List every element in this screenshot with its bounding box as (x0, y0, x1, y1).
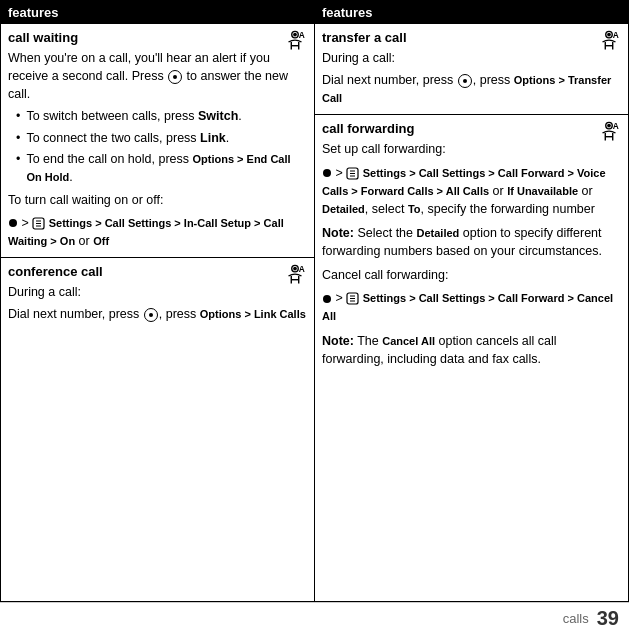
left-column: features A call waiting When (1, 1, 315, 601)
left-column-header: features (1, 1, 314, 24)
bullet-end: To end the call on hold, press Options >… (16, 151, 307, 186)
accessibility-icon-forwarding: A (596, 120, 622, 146)
conference-call-section: A conference call During a call: Dial ne… (1, 258, 314, 601)
nav-dot-fwd1 (323, 169, 331, 177)
call-waiting-title: call waiting (8, 30, 307, 45)
transfer-call-title: transfer a call (322, 30, 621, 45)
svg-text:A: A (613, 122, 619, 132)
svg-point-1 (293, 33, 297, 37)
right-column-header: features (315, 1, 628, 24)
svg-text:A: A (299, 30, 305, 40)
phone-icon-transfer (458, 74, 472, 88)
svg-point-8 (293, 266, 297, 270)
transfer-call-body: During a call: Dial next number, press ,… (322, 49, 621, 107)
nav-dot-fwd2 (323, 295, 331, 303)
svg-point-11 (607, 33, 611, 37)
accessibility-icon-transfer: A (596, 29, 622, 55)
main-content: features A call waiting When (0, 0, 629, 602)
call-forwarding-title: call forwarding (322, 121, 621, 136)
footer-label: calls (563, 611, 589, 626)
call-forwarding-section: A call forwarding Set up call forwarding… (315, 115, 628, 601)
accessibility-icon-call-waiting: A (282, 29, 308, 55)
right-column: features A transfer a call D (315, 1, 628, 601)
svg-point-14 (607, 124, 611, 128)
conference-call-title: conference call (8, 264, 307, 279)
call-waiting-bullets: To switch between calls, press Switch. T… (16, 108, 307, 186)
footer-page-number: 39 (597, 607, 619, 630)
phone-icon-cw (168, 70, 182, 84)
page-container: features A call waiting When (0, 0, 629, 634)
call-waiting-section: A call waiting When you're on a call, yo… (1, 24, 314, 258)
bullet-switch: To switch between calls, press Switch. (16, 108, 307, 126)
accessibility-icon-conference: A (282, 263, 308, 289)
transfer-call-section: A transfer a call During a call: Dial ne… (315, 24, 628, 115)
footer: calls 39 (0, 602, 629, 634)
svg-text:A: A (613, 30, 619, 40)
call-forwarding-body: Set up call forwarding: > Settings > Cal… (322, 140, 621, 367)
conference-call-body: During a call: Dial next number, press ,… (8, 283, 307, 323)
call-waiting-body: When you're on a call, you'll hear an al… (8, 49, 307, 250)
bullet-link: To connect the two calls, press Link. (16, 130, 307, 148)
nav-dot-cw (9, 219, 17, 227)
phone-icon-conf (144, 308, 158, 322)
svg-text:A: A (299, 264, 305, 274)
